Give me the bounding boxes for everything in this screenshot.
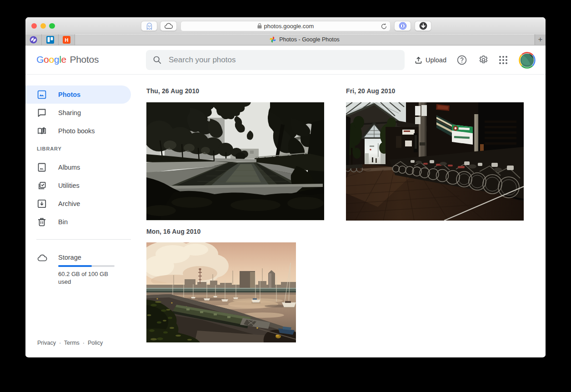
- svg-text:H: H: [65, 37, 69, 42]
